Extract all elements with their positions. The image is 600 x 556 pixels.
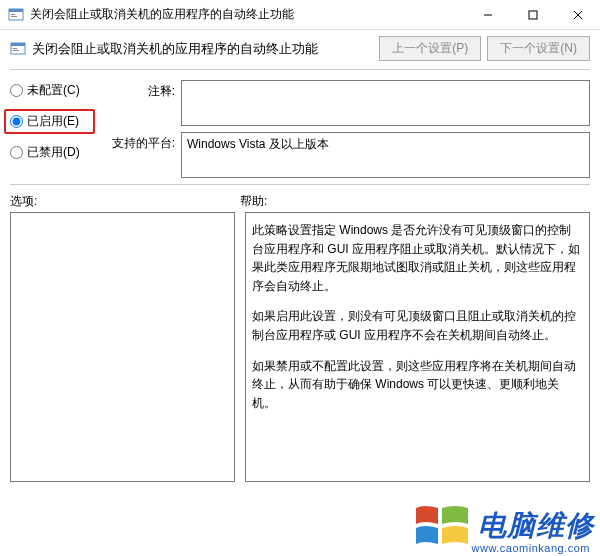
windows-logo-icon xyxy=(412,500,472,552)
comment-textarea[interactable] xyxy=(181,80,590,126)
help-paragraph: 如果禁用或不配置此设置，则这些应用程序将在关机期间自动终止，从而有助于确保 Wi… xyxy=(252,357,583,413)
svg-rect-3 xyxy=(11,16,17,17)
svg-rect-5 xyxy=(529,11,537,19)
help-paragraph: 如果启用此设置，则没有可见顶级窗口且阻止或取消关机的控制台应用程序或 GUI 应… xyxy=(252,307,583,344)
svg-rect-1 xyxy=(9,9,23,12)
help-panel[interactable]: 此策略设置指定 Windows 是否允许没有可见顶级窗口的控制台应用程序和 GU… xyxy=(245,212,590,482)
platform-row: 支持的平台: Windows Vista 及以上版本 xyxy=(105,132,590,178)
config-area: 未配置(C) 已启用(E) 已禁用(D) 注释: 支持的平台: Windows … xyxy=(0,72,600,182)
help-label: 帮助: xyxy=(240,193,590,210)
titlebar: 关闭会阻止或取消关机的应用程序的自动终止功能 xyxy=(0,0,600,30)
platform-textarea: Windows Vista 及以上版本 xyxy=(181,132,590,178)
close-button[interactable] xyxy=(555,0,600,30)
options-label: 选项: xyxy=(10,193,240,210)
platform-label: 支持的平台: xyxy=(105,132,175,178)
prev-setting-button[interactable]: 上一个设置(P) xyxy=(379,36,481,61)
panel-labels: 选项: 帮助: xyxy=(0,187,600,212)
radio-not-configured-label: 未配置(C) xyxy=(27,82,80,99)
svg-rect-2 xyxy=(11,14,15,15)
window-title: 关闭会阻止或取消关机的应用程序的自动终止功能 xyxy=(30,6,465,23)
next-setting-button[interactable]: 下一个设置(N) xyxy=(487,36,590,61)
window-controls xyxy=(465,0,600,30)
radio-enabled-input[interactable] xyxy=(10,115,23,128)
watermark-url: www.caominkang.com xyxy=(472,542,590,554)
sub-header: 关闭会阻止或取消关机的应用程序的自动终止功能 上一个设置(P) 下一个设置(N) xyxy=(0,30,600,67)
watermark-text: 电脑维修 xyxy=(478,507,594,545)
radio-disabled-label: 已禁用(D) xyxy=(27,144,80,161)
policy-title: 关闭会阻止或取消关机的应用程序的自动终止功能 xyxy=(32,40,379,58)
radio-not-configured[interactable]: 未配置(C) xyxy=(10,82,95,99)
divider xyxy=(10,69,590,70)
radio-not-configured-input[interactable] xyxy=(10,84,23,97)
divider-2 xyxy=(10,184,590,185)
radio-enabled[interactable]: 已启用(E) xyxy=(4,109,95,134)
comment-label: 注释: xyxy=(105,80,175,126)
app-icon xyxy=(8,7,24,23)
panels: 此策略设置指定 Windows 是否允许没有可见顶级窗口的控制台应用程序和 GU… xyxy=(0,212,600,492)
policy-icon xyxy=(10,41,26,57)
radio-group: 未配置(C) 已启用(E) 已禁用(D) xyxy=(10,80,95,178)
svg-rect-9 xyxy=(11,43,25,46)
radio-disabled-input[interactable] xyxy=(10,146,23,159)
fields-column: 注释: 支持的平台: Windows Vista 及以上版本 xyxy=(105,80,590,178)
options-panel[interactable] xyxy=(10,212,235,482)
help-paragraph: 此策略设置指定 Windows 是否允许没有可见顶级窗口的控制台应用程序和 GU… xyxy=(252,221,583,295)
svg-rect-10 xyxy=(13,48,17,49)
radio-enabled-label: 已启用(E) xyxy=(27,113,79,130)
minimize-button[interactable] xyxy=(465,0,510,30)
radio-disabled[interactable]: 已禁用(D) xyxy=(10,144,95,161)
svg-rect-11 xyxy=(13,50,19,51)
comment-row: 注释: xyxy=(105,80,590,126)
maximize-button[interactable] xyxy=(510,0,555,30)
